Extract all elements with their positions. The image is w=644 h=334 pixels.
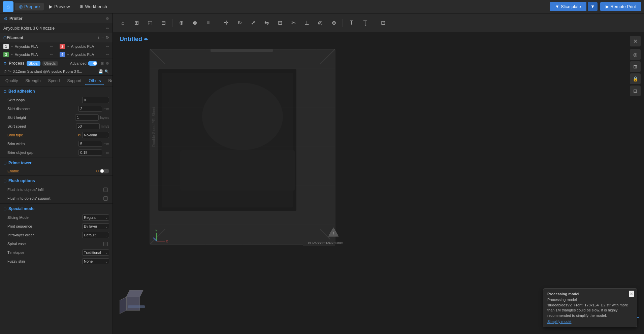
tab-prepare[interactable]: ◎ Prepare <box>15 3 44 10</box>
badge-objects[interactable]: Objects <box>42 61 58 66</box>
skirt-distance-input[interactable] <box>78 106 102 112</box>
tab-support[interactable]: Support <box>64 77 85 85</box>
tab-notes[interactable]: Notes <box>105 77 113 85</box>
filament-add-icon[interactable]: + <box>97 35 100 40</box>
tool-scale[interactable]: ⤢ <box>247 17 259 29</box>
toggle-knob <box>93 62 97 65</box>
slicing-mode-select[interactable]: Regular Vase <box>82 214 109 221</box>
filament-arrow-2: ~ <box>67 45 69 48</box>
vp-layers-button[interactable]: ⊟ <box>630 86 641 96</box>
home-button[interactable]: ⌂ <box>3 1 13 12</box>
printer-edit-icon[interactable]: ✏ <box>106 26 109 31</box>
skirt-loops-row: Skirt loops <box>0 96 112 104</box>
svg-text:Double Sided PEI Sheet: Double Sided PEI Sheet <box>152 107 156 147</box>
skirt-speed-input[interactable] <box>76 123 100 129</box>
flush-infill-checkbox[interactable] <box>103 188 108 192</box>
viewport-close-button[interactable]: ✕ <box>630 36 641 46</box>
filament-edit-4[interactable]: ✏ <box>106 53 109 57</box>
brim-gap-input[interactable] <box>78 149 102 156</box>
filament-edit-1[interactable]: ✏ <box>50 44 53 49</box>
brim-type-select[interactable]: No-brim Outer brim Inner brim Mouse ear <box>82 132 109 138</box>
tool-cut[interactable]: ✂ <box>287 17 299 29</box>
viewport-right-tools: ◎ ⊞ 🔒 ⊟ <box>630 49 641 96</box>
filament-edit-2[interactable]: ✏ <box>106 44 109 49</box>
filament-remove-icon[interactable]: − <box>101 35 104 40</box>
tool-camera[interactable]: ⊡ <box>377 17 389 29</box>
prime-tower-reset-icon[interactable]: ↺ <box>96 169 99 173</box>
toolbar: ⌂ ⊞ ◱ ⊟ ⊕ ⊗ ≡ ✛ ↻ ⤢ ⇆ ⊟ ✂ ⊥ ◎ ⊛ T Ʈ ⊡ <box>113 13 644 32</box>
svg-text:!: ! <box>333 231 334 236</box>
tool-move[interactable]: ✛ <box>220 17 232 29</box>
tab-strength[interactable]: Strength <box>22 77 44 85</box>
brim-width-input[interactable] <box>78 141 102 147</box>
filament-name-2: Anycubic PLA <box>71 44 104 48</box>
tool-perspective[interactable]: ◱ <box>144 17 156 29</box>
workbench-icon: ⚙ <box>79 4 84 9</box>
spiral-vase-label: Spiral vase <box>7 242 103 246</box>
vp-orient-button[interactable]: ◎ <box>630 49 641 60</box>
process-settings-icon[interactable]: ⚙ <box>106 61 109 66</box>
remote-print-button[interactable]: ▶ Remote Print <box>600 2 641 11</box>
filament-name-3: Anycubic PLA <box>15 53 48 57</box>
tool-grid[interactable]: ⊞ <box>130 17 142 29</box>
tab-others[interactable]: Others <box>85 77 104 85</box>
svg-marker-42 <box>126 290 143 297</box>
timelapse-select[interactable]: Traditional None <box>82 249 109 256</box>
timelapse-label: Timelapse <box>7 250 82 255</box>
tool-flush[interactable]: ⊛ <box>328 17 340 29</box>
tool-arrange[interactable]: ≡ <box>202 17 214 29</box>
project-title-text[interactable]: Untitled <box>120 36 142 43</box>
special-mode-header: ⊡ Special mode <box>0 204 112 213</box>
tool-mirror[interactable]: ⇆ <box>260 17 272 29</box>
filament-edit-3[interactable]: ✏ <box>50 53 53 57</box>
advanced-switch[interactable] <box>88 61 97 66</box>
tool-split[interactable]: ⊟ <box>274 17 286 29</box>
tool-view-mode[interactable]: ⊟ <box>157 17 169 29</box>
nav-cube[interactable] <box>120 290 147 317</box>
tab-quality[interactable]: Quality <box>2 77 21 85</box>
filament-item-4: 4 ~ Anycubic PLA ✏ <box>56 51 112 59</box>
bed-adhesion-title: Bed adhesion <box>8 89 35 94</box>
slice-dropdown-button[interactable]: ▼ <box>588 2 598 11</box>
toolbar-divider-3 <box>343 19 343 27</box>
tool-emboss[interactable]: Ʈ <box>359 17 371 29</box>
svg-text:ANYCUBIC: ANYCUBIC <box>327 241 343 245</box>
printer-icon: 🖨 <box>3 16 7 21</box>
flush-infill-row: Flush into objects' infill <box>0 185 112 194</box>
brim-type-reset-icon[interactable]: ↺ <box>78 133 81 137</box>
simplify-model-link[interactable]: Simplify model <box>547 320 572 324</box>
print-sequence-select[interactable]: By layer By object <box>82 223 109 229</box>
slicing-mode-label: Slicing Mode <box>7 215 82 220</box>
print-sequence-label: Print sequence <box>7 224 82 228</box>
tool-home-view[interactable]: ⌂ <box>117 17 129 29</box>
tab-workbench[interactable]: ⚙ Workbench <box>75 3 111 10</box>
slice-plate-button[interactable]: ▼ Slice plate <box>550 2 586 11</box>
tool-layout[interactable]: ⊗ <box>189 17 201 29</box>
badge-global[interactable]: Global <box>27 61 40 66</box>
flush-support-checkbox[interactable] <box>103 196 108 201</box>
tab-speed[interactable]: Speed <box>45 77 63 85</box>
brim-gap-row: Brim-object gap mm <box>0 148 112 157</box>
printer-settings-icon[interactable]: ⚙ <box>106 16 109 21</box>
notification-close-button[interactable]: ✕ <box>629 291 634 297</box>
intra-layer-select[interactable]: Default <box>82 232 109 238</box>
tool-rotate[interactable]: ↻ <box>233 17 246 29</box>
tool-text[interactable]: T <box>346 17 358 29</box>
tool-support[interactable]: ⊥ <box>301 17 313 29</box>
profile-search-icon[interactable]: 🔍 <box>104 69 109 74</box>
fuzzy-skin-select[interactable]: None Outer walls <box>82 258 109 264</box>
edit-title-icon[interactable]: ✏ <box>144 37 148 42</box>
spiral-vase-checkbox[interactable] <box>103 242 108 246</box>
tool-union[interactable]: ⊕ <box>175 17 187 29</box>
tool-seam[interactable]: ◎ <box>314 17 326 29</box>
vp-lock-button[interactable]: 🔒 <box>630 73 641 84</box>
skirt-height-input[interactable] <box>75 114 99 121</box>
skirt-loops-input[interactable] <box>82 97 109 103</box>
tab-preview[interactable]: ▶ Preview <box>45 3 74 10</box>
filament-settings-icon[interactable]: ⚙ <box>105 35 109 40</box>
vp-arrange-button[interactable]: ⊞ <box>630 61 641 72</box>
process-copy-icon[interactable]: ⊞ <box>101 61 104 66</box>
profile-save-icon[interactable]: 💾 <box>98 69 103 74</box>
prime-tower-toggle[interactable] <box>100 169 109 173</box>
print-sequence-select-wrapper: By layer By object <box>82 223 109 229</box>
